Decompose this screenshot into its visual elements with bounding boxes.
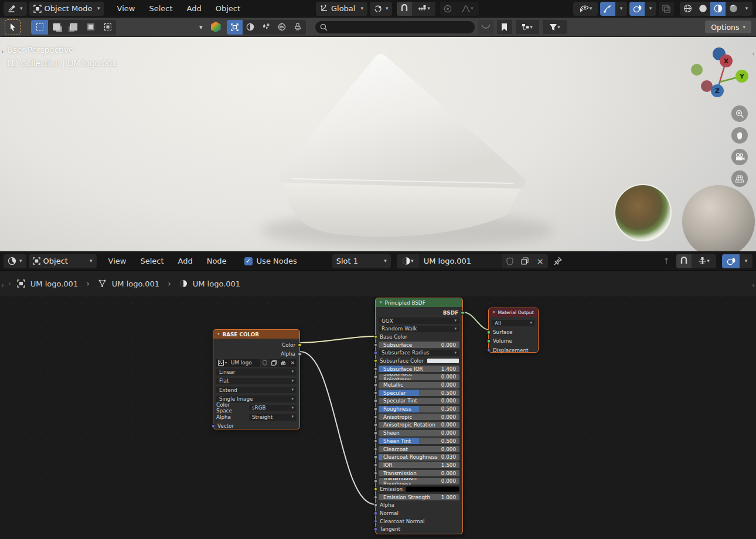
viewport-3d[interactable]: User Perspective (1) Collection | UM log… [0,37,756,252]
image-name-field[interactable]: UM logo [229,359,260,367]
breadcrumb-mesh[interactable]: UM logo.001 [98,279,159,288]
editor-type-button[interactable]: ▾ [4,2,27,16]
zoom-button[interactable] [731,105,748,122]
shader-type-dropdown[interactable]: Object ▾ [29,254,97,268]
shading-rendered-button[interactable] [726,2,741,16]
collapse-chevron-icon[interactable]: ▾ [217,332,220,336]
canvas-toolbar-chevron[interactable]: › [1,281,4,289]
filter-world-toggle[interactable] [274,20,290,35]
material-name-field[interactable]: UM logo.001 [419,254,502,268]
use-nodes-toggle[interactable]: ✓ Use Nodes [244,257,297,265]
slider-specular[interactable]: Specular0.500 [379,390,459,396]
float-socket[interactable] [374,367,378,371]
filter-paint-toggle[interactable] [258,20,274,35]
color-space-dropdown[interactable]: sRGB▾ [249,405,297,412]
toolbar-expand-chevron[interactable]: › [1,47,4,56]
slider-anisotropic-rotation[interactable]: Anisotropic Rotation0.000 [379,422,459,428]
color-socket[interactable] [374,487,378,492]
node-editor-canvas[interactable]: › UM logo.001 › UM logo.001 › UM logo.00… [0,271,756,538]
float-socket[interactable] [374,383,378,387]
vector-socket[interactable] [374,351,378,355]
node-snap-toggle[interactable] [676,254,692,268]
shading-material-button[interactable] [710,2,726,16]
breadcrumb-material[interactable]: UM logo.001 [179,279,240,288]
bookmark-button[interactable] [497,20,512,34]
vector-socket[interactable] [374,519,378,523]
alpha-output-socket[interactable] [298,352,302,356]
collapse-chevron-icon[interactable]: ▾ [493,311,495,315]
vector-socket[interactable] [374,527,378,531]
dropdown-random-walk[interactable]: Random Walk▾ [379,326,459,332]
proportional-falloff-dropdown[interactable]: ▾ [455,2,479,16]
filter-material-toggle[interactable] [243,20,258,35]
float-socket[interactable] [374,495,378,499]
select-subtract-button[interactable] [65,20,82,35]
interpolation-dropdown[interactable]: Linear▾ [216,369,297,376]
shader-socket[interactable] [487,330,491,335]
editor-type-button-shader[interactable]: ▾ [4,254,26,268]
float-socket[interactable] [374,423,378,427]
sidebar-expand-chevron[interactable]: ‹ [752,50,755,58]
select-invert-button[interactable] [82,20,99,35]
browse-image-button[interactable]: ▾ [216,359,229,367]
float-socket[interactable] [374,415,378,419]
filter-dropdown[interactable]: ▾ [543,20,567,34]
snap-settings-dropdown[interactable]: ▾ [412,2,435,16]
canvas-sidebar-chevron[interactable]: ‹ [752,281,755,289]
color-socket[interactable] [374,335,378,339]
slider-emission-strength[interactable]: Emission Strength1.000 [379,494,459,500]
float-socket[interactable] [374,407,378,411]
xray-toggle[interactable] [659,2,674,16]
image-fake-user-button[interactable] [261,359,269,367]
slider-sheen[interactable]: Sheen0.000 [379,430,459,436]
select-intersect-button[interactable] [99,20,116,35]
menu-add[interactable]: Add [180,4,209,13]
new-material-button[interactable] [517,254,533,268]
slider-anisotropic[interactable]: Anisotropic0.000 [379,414,459,420]
float-socket[interactable] [374,375,378,379]
projection-dropdown[interactable]: Flat▾ [216,378,297,385]
float-socket[interactable] [374,503,378,507]
snap-toggle[interactable] [397,2,412,16]
shader-socket[interactable] [487,339,491,343]
dropdown-ggx[interactable]: GGX▾ [379,318,459,324]
node-overlays-toggle[interactable] [722,254,740,268]
active-tool-button[interactable] [5,19,21,35]
gizmo-ball-minus-y[interactable] [691,64,703,76]
shading-solid-button[interactable] [695,2,710,16]
source-dropdown[interactable]: Single Image▾ [216,395,297,402]
slider-specular-tint[interactable]: Specular Tint0.000 [379,398,459,404]
browse-material-dropdown[interactable]: ▾ [397,254,419,268]
ortho-toggle-button[interactable] [731,170,748,187]
float-socket[interactable] [374,343,378,347]
image-unlink-button[interactable]: × [288,359,297,367]
slider-ior[interactable]: IOR1.500 [379,462,459,468]
select-set-button[interactable] [31,20,48,35]
float-socket[interactable] [374,431,378,435]
slot-dropdown[interactable]: Slot 1 ▾ [332,254,391,268]
alpha-mode-dropdown[interactable]: Straight▾ [249,414,297,421]
shading-wireframe-button[interactable] [680,2,695,16]
mode-dropdown[interactable]: Object Mode ▾ [29,2,104,16]
color-output-socket[interactable] [298,343,302,347]
float-socket[interactable] [374,479,378,483]
menu-select[interactable]: Select [133,257,171,265]
search-field[interactable] [315,21,475,33]
pivot-point-dropdown[interactable]: ▾ [370,2,393,16]
proportional-editing-toggle[interactable] [440,2,455,16]
tool-region-collapse-chevron[interactable]: ▾ [199,24,203,30]
canvas-left-chevron[interactable]: › [8,279,11,288]
falloff-button[interactable] [478,20,493,34]
filter-brush-toggle[interactable] [290,20,306,35]
show-hide-dropdown[interactable]: ▾ [573,2,598,16]
overlays-dropdown[interactable]: ▾ [645,2,656,16]
slider-subsurface-ior[interactable]: Subsurface IOR1.400 [379,366,459,372]
slider-sheen-tint[interactable]: Sheen Tint0.500 [379,438,459,444]
collapse-chevron-icon[interactable]: ▾ [380,301,382,305]
shading-dropdown[interactable]: ▾ [741,2,752,16]
color-swatch-emission[interactable] [406,486,459,493]
camera-view-button[interactable] [731,149,748,165]
menu-node[interactable]: Node [200,257,234,265]
principled-bsdf-node[interactable]: ▾ Principled BSDF BSDF GGX▾Random Walk▾B… [375,298,463,534]
float-socket[interactable] [374,447,378,451]
